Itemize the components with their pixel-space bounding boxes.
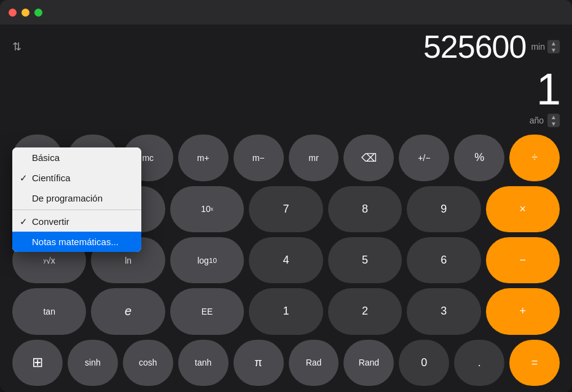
- sinh-button[interactable]: sinh: [68, 340, 118, 386]
- cosh-button[interactable]: cosh: [123, 340, 173, 386]
- m-plus-button[interactable]: m+: [178, 135, 229, 181]
- backspace-button[interactable]: ⌫: [343, 135, 394, 181]
- calc-icon-button[interactable]: ⊞: [12, 340, 63, 386]
- equals-button[interactable]: =: [509, 340, 560, 386]
- menu-item-convertir[interactable]: Convertir: [12, 211, 141, 232]
- button-row-4: tan e EE 1 2 3 +: [12, 288, 560, 334]
- menu-item-notas[interactable]: Notas matemáticas...: [12, 232, 141, 252]
- subtract-button[interactable]: −: [486, 237, 560, 283]
- menu-item-programacion[interactable]: De programación: [12, 188, 141, 208]
- rad-button[interactable]: Rad: [289, 340, 339, 386]
- button-row-5: ⊞ sinh cosh tanh π Rad Rand 0 . =: [12, 340, 560, 386]
- conversion-unit-stepper[interactable]: ▲ ▼: [547, 40, 560, 53]
- main-unit-row: año ▲ ▼: [12, 114, 560, 127]
- conversion-row: ⇅ 525600 min ▲ ▼: [12, 31, 560, 63]
- rand-button[interactable]: Rand: [343, 340, 394, 386]
- one-button[interactable]: 1: [249, 288, 323, 334]
- main-unit-label: año: [530, 116, 544, 125]
- percent-button[interactable]: %: [454, 135, 504, 181]
- add-button[interactable]: +: [486, 288, 560, 334]
- plus-minus-button[interactable]: +/−: [399, 135, 449, 181]
- sort-icon[interactable]: ⇅: [12, 40, 22, 53]
- conversion-unit-label: min: [531, 42, 545, 52]
- decimal-button[interactable]: .: [454, 340, 504, 386]
- zero-button[interactable]: 0: [399, 340, 449, 386]
- three-button[interactable]: 3: [407, 288, 480, 334]
- menu-item-basica[interactable]: Básica: [12, 147, 141, 168]
- conversion-display: 525600 min ▲ ▼: [423, 31, 560, 63]
- view-menu: Básica Científica De programación Conver…: [12, 147, 141, 252]
- main-unit-stepper[interactable]: ▲ ▼: [547, 114, 560, 127]
- tanh-button[interactable]: tanh: [178, 340, 229, 386]
- minimize-button[interactable]: [22, 9, 29, 17]
- main-display-value: 1: [12, 65, 560, 114]
- four-button[interactable]: 4: [249, 237, 323, 283]
- log10-button[interactable]: log10: [170, 237, 244, 283]
- two-button[interactable]: 2: [328, 288, 402, 334]
- mr-button[interactable]: mr: [289, 135, 339, 181]
- pi-button[interactable]: π: [233, 340, 284, 386]
- conversion-unit-selector[interactable]: min ▲ ▼: [531, 40, 560, 53]
- divide-button[interactable]: ÷: [509, 135, 560, 181]
- menu-separator: [12, 210, 141, 210]
- menu-item-cientifica[interactable]: Científica: [12, 168, 141, 188]
- seven-button[interactable]: 7: [249, 186, 323, 232]
- conversion-value: 525600: [423, 31, 527, 63]
- calculator-window: ⇅ 525600 min ▲ ▼ 1 año ▲ ▼: [0, 0, 572, 392]
- traffic-lights: [9, 9, 42, 17]
- titlebar: [0, 0, 572, 25]
- backspace-icon: ⌫: [361, 151, 377, 165]
- six-button[interactable]: 6: [407, 237, 480, 283]
- close-button[interactable]: [9, 9, 17, 17]
- main-display-container: 1: [12, 65, 560, 114]
- eight-button[interactable]: 8: [328, 186, 402, 232]
- maximize-button[interactable]: [34, 9, 42, 17]
- e-button[interactable]: e: [91, 288, 165, 334]
- 10x-button[interactable]: 10x: [170, 186, 244, 232]
- multiply-button[interactable]: ×: [486, 186, 560, 232]
- nine-button[interactable]: 9: [407, 186, 480, 232]
- five-button[interactable]: 5: [328, 237, 402, 283]
- tan-button[interactable]: tan: [12, 288, 86, 334]
- m-minus-button[interactable]: m−: [233, 135, 284, 181]
- ee-button[interactable]: EE: [170, 288, 244, 334]
